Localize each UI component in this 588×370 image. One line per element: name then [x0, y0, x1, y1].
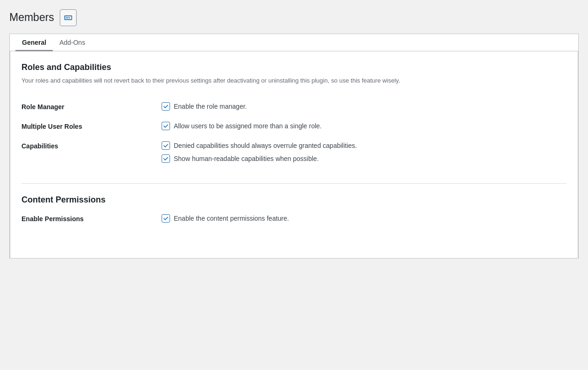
enable-permissions-checkbox-label: Enable the content permissions feature.: [174, 215, 289, 222]
tab-addons[interactable]: Add-Ons: [53, 34, 92, 51]
tab-general[interactable]: General: [15, 34, 53, 51]
page-title: Members: [9, 11, 54, 25]
role-manager-row: Role Manager Enable the role manager.: [21, 97, 567, 116]
multiple-user-roles-row: Multiple User Roles Allow users to be as…: [21, 116, 567, 136]
permissions-section-title: Content Permissions: [21, 195, 567, 205]
enable-permissions-checkbox-row[interactable]: Enable the content permissions feature.: [162, 214, 567, 223]
role-manager-checkbox[interactable]: [162, 102, 170, 111]
tabs-container: General Add-Ons Roles and Capabilities Y…: [9, 34, 579, 258]
multiple-user-roles-label: Multiple User Roles: [21, 122, 162, 130]
denied-capabilities-label: Denied capabilities should always overru…: [174, 142, 357, 149]
permissions-section: Content Permissions Enable Permissions E…: [21, 195, 567, 228]
tabs-nav: General Add-Ons: [10, 34, 578, 51]
denied-capabilities-checkbox[interactable]: [162, 141, 170, 150]
multiple-user-roles-controls: Allow users to be assigned more than a s…: [162, 122, 567, 130]
roles-section-description: Your roles and capabilities will not rev…: [21, 76, 567, 85]
multiple-user-roles-checkbox[interactable]: [162, 122, 170, 130]
section-divider: [21, 183, 567, 184]
capabilities-label: Capabilities: [21, 141, 162, 150]
role-manager-controls: Enable the role manager.: [162, 102, 567, 111]
enable-permissions-controls: Enable the content permissions feature.: [162, 214, 567, 223]
role-manager-label: Role Manager: [21, 102, 162, 111]
capabilities-controls: Denied capabilities should always overru…: [162, 141, 567, 163]
enable-permissions-checkbox[interactable]: [162, 214, 170, 223]
enable-permissions-row: Enable Permissions Enable the content pe…: [21, 209, 567, 228]
members-plugin-icon: [64, 13, 73, 22]
page-header: Members: [9, 9, 579, 26]
role-manager-checkbox-row[interactable]: Enable the role manager.: [162, 102, 567, 111]
multiple-user-roles-checkbox-row[interactable]: Allow users to be assigned more than a s…: [162, 122, 567, 130]
capabilities-row: Capabilities Denied capabilities should …: [21, 136, 567, 168]
page-wrapper: Members General Add-Ons Roles and Capabi…: [0, 0, 588, 268]
human-readable-checkbox[interactable]: [162, 154, 170, 163]
human-readable-checkbox-row[interactable]: Show human-readable capabilities when po…: [162, 154, 567, 163]
denied-capabilities-checkbox-row[interactable]: Denied capabilities should always overru…: [162, 141, 567, 150]
members-icon-button[interactable]: [60, 9, 77, 26]
multiple-user-roles-checkbox-label: Allow users to be assigned more than a s…: [174, 122, 322, 130]
role-manager-checkbox-label: Enable the role manager.: [174, 103, 247, 110]
human-readable-label: Show human-readable capabilities when po…: [174, 155, 319, 162]
content-area: Roles and Capabilities Your roles and ca…: [10, 51, 578, 258]
roles-section: Roles and Capabilities Your roles and ca…: [21, 63, 567, 168]
enable-permissions-label: Enable Permissions: [21, 214, 162, 223]
roles-section-title: Roles and Capabilities: [21, 63, 567, 72]
